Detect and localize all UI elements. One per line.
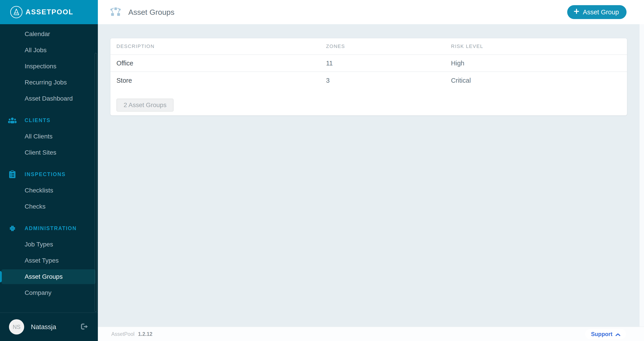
nav-group-clients: CLIENTS All Clients Client Sites — [0, 112, 98, 161]
section-label-clients: CLIENTS — [25, 117, 50, 123]
content-area: DESCRIPTION ZONES RISK LEVEL Office 11 H… — [98, 24, 644, 327]
support-button[interactable]: Support — [585, 329, 626, 339]
assetpool-logo-icon — [10, 6, 23, 19]
footer-version-info: AssetPool 1.2.12 — [111, 331, 152, 337]
sidebar-item-all-clients[interactable]: All Clients — [0, 128, 98, 145]
sidebar-item-asset-groups[interactable]: Asset Groups — [1, 269, 96, 284]
sidebar-item-inspections[interactable]: Inspections — [0, 58, 98, 74]
logo-text: ASSETPOOL — [26, 8, 74, 16]
column-header-description[interactable]: DESCRIPTION — [116, 44, 154, 49]
column-header-risk-level[interactable]: RISK LEVEL — [451, 44, 483, 49]
sidebar-item-checks[interactable]: Checks — [0, 198, 98, 215]
footer-version: 1.2.12 — [138, 331, 152, 337]
support-button-label: Support — [591, 331, 612, 337]
cell-description: Office — [116, 60, 133, 67]
cell-zones: 11 — [326, 60, 333, 67]
nav-group-inspections: INSPECTIONS Checklists Checks — [0, 166, 98, 215]
table-header-row: DESCRIPTION ZONES RISK LEVEL — [110, 38, 627, 55]
avatar[interactable]: NS — [9, 319, 24, 334]
nav-group-jobs: Calendar All Jobs Inspections Recurring … — [0, 26, 98, 107]
sidebar-section-inspections: INSPECTIONS — [0, 166, 98, 182]
add-asset-group-button[interactable]: Asset Group — [567, 5, 626, 19]
footer: AssetPool 1.2.12 Support — [98, 327, 644, 341]
sidebar-section-clients: CLIENTS — [0, 112, 98, 128]
chevron-up-icon — [616, 331, 620, 337]
section-label-inspections: INSPECTIONS — [25, 171, 66, 177]
nav-group-administration: ADMINISTRATION Job Types Asset Types Ass… — [0, 220, 98, 301]
section-label-administration: ADMINISTRATION — [25, 225, 77, 231]
asset-groups-diagram-icon — [110, 7, 121, 17]
cell-risk-level: High — [451, 60, 464, 67]
logout-button[interactable] — [81, 323, 88, 331]
cell-description: Store — [116, 77, 132, 84]
sidebar: ASSETPOOL Calendar All Jobs Inspections … — [0, 0, 98, 341]
sidebar-item-asset-types[interactable]: Asset Types — [0, 252, 98, 269]
logo-bar: ASSETPOOL — [0, 0, 98, 24]
compress-icon — [0, 224, 25, 232]
table-row[interactable]: Store 3 Critical — [110, 72, 627, 89]
sidebar-nav: Calendar All Jobs Inspections Recurring … — [0, 24, 98, 301]
cell-zones: 3 — [326, 77, 330, 84]
main-scrollbar[interactable] — [640, 24, 644, 327]
asset-groups-card: DESCRIPTION ZONES RISK LEVEL Office 11 H… — [110, 38, 627, 115]
sidebar-item-checklists[interactable]: Checklists — [0, 182, 98, 198]
user-name: Natassja — [31, 323, 56, 331]
table-row[interactable]: Office 11 High — [110, 55, 627, 72]
sidebar-item-asset-dashboard[interactable]: Asset Dashboard — [0, 91, 98, 107]
footer-app-name: AssetPool — [111, 331, 134, 337]
sign-out-icon — [81, 327, 88, 331]
sidebar-item-all-jobs[interactable]: All Jobs — [0, 42, 98, 58]
avatar-initials: NS — [13, 324, 20, 330]
page-title: Asset Groups — [128, 8, 174, 17]
sidebar-item-calendar[interactable]: Calendar — [0, 26, 98, 42]
cell-risk-level: Critical — [451, 77, 471, 84]
sidebar-item-job-types[interactable]: Job Types — [0, 236, 98, 252]
asset-groups-count-badge: 2 Asset Groups — [116, 99, 174, 112]
sidebar-item-recurring-jobs[interactable]: Recurring Jobs — [0, 74, 98, 91]
sidebar-section-administration: ADMINISTRATION — [0, 220, 98, 236]
page-header: Asset Groups Asset Group — [98, 0, 644, 24]
plus-icon — [574, 8, 580, 16]
users-icon — [0, 117, 25, 124]
clipboard-icon — [0, 170, 25, 178]
column-header-zones[interactable]: ZONES — [326, 44, 345, 49]
sidebar-scrollbar[interactable] — [95, 53, 97, 312]
add-button-label: Asset Group — [583, 9, 619, 16]
sidebar-item-company[interactable]: Company — [0, 285, 98, 301]
user-area: NS Natassja — [0, 312, 98, 341]
sidebar-item-client-sites[interactable]: Client Sites — [0, 145, 98, 161]
